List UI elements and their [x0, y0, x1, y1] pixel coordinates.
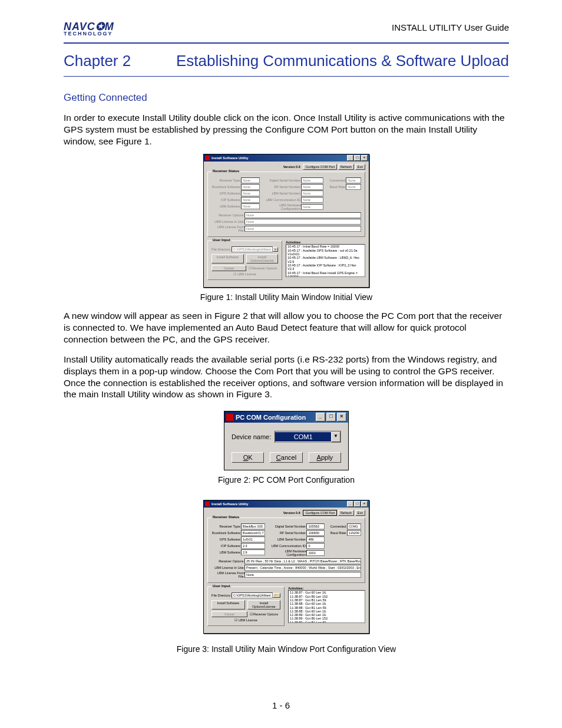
field-label: LBM Software: [211, 205, 241, 208]
refresh-button[interactable]: Refresh [338, 510, 354, 516]
field-value: Present ; Calendar Time ; Active : 84000… [244, 565, 361, 571]
activities-log[interactable]: 10:45:17 : Initial Baud Rate = 1920010:4… [286, 244, 365, 277]
activities-log[interactable]: 11:38:87 : Got 60 Len 16.11:38:87 : Got … [288, 590, 365, 623]
close-button[interactable]: × [337, 413, 346, 421]
minimize-button[interactable]: _ [316, 413, 325, 421]
field-label: LBM License From File: [211, 571, 244, 578]
install-utility-window: Install Software Utility _ □ × Version 0… [203, 154, 369, 288]
field-value: None [346, 184, 361, 190]
titlebar[interactable]: Install Software Utility _ □ × [204, 154, 369, 162]
logo-line2: TECHNOLOGY [64, 31, 114, 37]
field-value: COM1 [347, 523, 361, 529]
device-name-select[interactable]: COM1 ▼ [275, 431, 341, 443]
install-software-button[interactable]: Install Software [211, 254, 244, 263]
field-value: BlackBox GIS [241, 523, 265, 529]
field-value: None [301, 184, 323, 190]
file-directory-label: File Directory: [211, 594, 232, 597]
titlebar[interactable]: Install Software Utility _ □ × [204, 500, 369, 508]
install-software-button[interactable]: Install Software [211, 600, 245, 610]
field-label: LBM License In Use: [211, 566, 244, 569]
app-icon [226, 414, 233, 421]
field-label: Connected: [327, 525, 347, 528]
minimize-button[interactable]: _ [347, 501, 353, 507]
configure-com-port-button[interactable]: Configure COM Port [303, 164, 337, 170]
field-label: Receiver Type: [211, 179, 241, 182]
version-label: Version 0.6 [283, 165, 300, 169]
window-title: Install Software Utility [211, 502, 249, 506]
field-label: Receiver Options: [211, 213, 244, 217]
field-label: Baud Rate: [326, 185, 346, 189]
field-label: LBM License In Use: [211, 220, 244, 223]
field-value: None [301, 190, 323, 196]
figure-caption: Figure 1: Install Utility Main Window In… [64, 292, 509, 302]
install-options-button[interactable]: Install Options/License [247, 600, 281, 610]
chevron-down-icon[interactable]: ▼ [331, 431, 340, 442]
figure-caption: Figure 2: PC COM Port Configuration [64, 475, 509, 485]
file-directory-field[interactable]: C:\GPS1\Working\Utilities\ [232, 246, 273, 252]
field-value: 2.3 [241, 543, 265, 549]
field-value: None [346, 177, 361, 183]
field-label: Baud Rate: [327, 531, 347, 535]
field-value: 106830 [306, 530, 324, 536]
field-value: 1v0r21 [241, 536, 265, 542]
cancel-button[interactable]: Cancel [211, 611, 247, 617]
field-value: 115200 [347, 530, 361, 536]
field-label: LBM Hardware Configuration: [267, 549, 306, 556]
figure-caption: Figure 3: Install Utility Main Window Po… [64, 644, 509, 654]
apply-button[interactable]: Apply [309, 452, 341, 463]
field-value: 2.9 [241, 549, 265, 555]
lbm-license-checkbox[interactable]: ☑ LBM License [234, 618, 257, 622]
browse-button[interactable]: 📂 [273, 593, 280, 598]
field-value: 1002 [306, 550, 324, 556]
device-name-label: Device name: [232, 433, 271, 440]
field-value: None [301, 204, 323, 210]
cancel-button[interactable]: Cancel [211, 265, 246, 271]
paragraph: In order to execute Install Utility doub… [64, 112, 509, 147]
field-value: None [241, 177, 260, 183]
maximize-button[interactable]: □ [354, 155, 361, 161]
maximize-button[interactable]: □ [326, 413, 336, 421]
field-value: 486 [306, 536, 324, 542]
receiver-options-checkbox[interactable]: ☑ Receiver Options [250, 612, 281, 616]
divider [64, 42, 509, 44]
user-input-group: File Directory: C:\GPS1\Working\Utilitie… [207, 241, 282, 280]
titlebar[interactable]: PC COM Configuration _ □ × [224, 411, 348, 423]
field-value: None [244, 572, 361, 578]
install-options-button[interactable]: Install Options/License [246, 254, 279, 263]
paragraph: Install Utility automatically reads the … [64, 354, 509, 400]
field-value: 0 [306, 543, 324, 549]
receiver-options-checkbox[interactable]: ☑ Receiver Options [249, 266, 279, 270]
exit-button[interactable]: Exit [355, 164, 365, 170]
minimize-button[interactable]: _ [347, 155, 353, 161]
app-icon [205, 156, 210, 160]
receiver-status-group: Receiver Type:NoneBootblock Software:Non… [207, 172, 365, 237]
refresh-button[interactable]: Refresh [338, 164, 354, 170]
maximize-button[interactable]: □ [354, 501, 361, 507]
cancel-button[interactable]: Cancel [270, 452, 302, 463]
window-title: PC COM Configuration [236, 414, 306, 421]
ok-button[interactable]: OK [232, 452, 264, 463]
file-directory-field[interactable]: C:\GPS1\Working\Utilities\ [232, 592, 273, 598]
field-label: Receiver Options: [211, 559, 244, 563]
field-label: LBM Software: [211, 551, 241, 554]
field-value: None [244, 226, 361, 232]
user-input-group: File Directory: C:\GPS1\Working\Utilitie… [207, 587, 285, 626]
field-value: None [244, 219, 361, 225]
close-button[interactable]: × [361, 501, 368, 507]
app-icon [205, 502, 210, 506]
page-number: 1 - 6 [0, 700, 562, 710]
exit-button[interactable]: Exit [355, 510, 365, 516]
field-value: None [241, 184, 260, 190]
field-label: LBM Hardware Configuration: [262, 203, 301, 210]
chapter-number: Chapter 2 [64, 52, 131, 70]
pc-com-config-window: PC COM Configuration _ □ × Device name: … [224, 411, 349, 470]
browse-button[interactable]: ▾ [273, 247, 278, 252]
configure-com-port-button[interactable]: Configure COM Port [303, 510, 337, 516]
close-button[interactable]: × [361, 155, 368, 161]
paragraph: A new window will appear as seen in Figu… [64, 310, 509, 345]
lbm-license-checkbox[interactable]: ☑ LBM License [233, 272, 256, 276]
device-name-value: COM1 [275, 432, 331, 442]
field-label: RF Serial Number: [262, 185, 301, 189]
field-label: LBM Communication ID: [267, 544, 306, 548]
doc-title: INSTALL UTILITY User Guide [392, 21, 509, 32]
